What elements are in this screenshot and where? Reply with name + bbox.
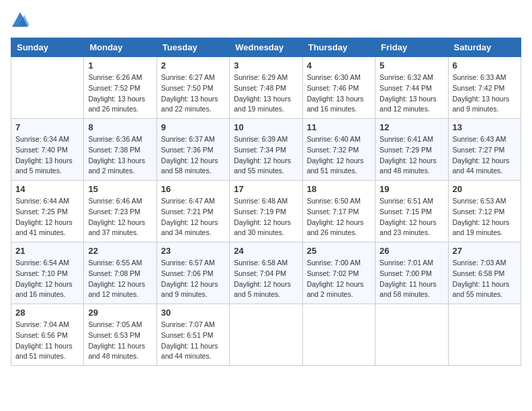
- day-number: 25: [307, 246, 371, 256]
- calendar-cell: 20Sunrise: 6:53 AMSunset: 7:12 PMDayligh…: [448, 181, 521, 242]
- day-number: 2: [161, 60, 225, 71]
- calendar-cell: [11, 57, 84, 119]
- day-info: Sunrise: 6:30 AMSunset: 7:46 PMDaylight:…: [307, 73, 371, 115]
- calendar-cell: 7Sunrise: 6:34 AMSunset: 7:40 PMDaylight…: [11, 119, 84, 181]
- calendar-cell: 6Sunrise: 6:33 AMSunset: 7:42 PMDaylight…: [448, 57, 521, 119]
- calendar-cell: 1Sunrise: 6:26 AMSunset: 7:52 PMDaylight…: [84, 57, 157, 119]
- calendar-cell: 29Sunrise: 7:05 AMSunset: 6:53 PMDayligh…: [84, 304, 157, 366]
- day-info: Sunrise: 6:51 AMSunset: 7:15 PMDaylight:…: [380, 196, 443, 238]
- day-number: 23: [161, 246, 225, 256]
- calendar-cell: 22Sunrise: 6:55 AMSunset: 7:08 PMDayligh…: [84, 242, 157, 304]
- calendar-cell: 9Sunrise: 6:37 AMSunset: 7:36 PMDaylight…: [157, 119, 229, 181]
- day-info: Sunrise: 6:47 AMSunset: 7:21 PMDaylight:…: [161, 196, 225, 238]
- weekday-header: Thursday: [302, 38, 375, 57]
- day-number: 3: [234, 60, 298, 71]
- day-info: Sunrise: 7:05 AMSunset: 6:53 PMDaylight:…: [88, 320, 152, 362]
- logo: [11, 11, 32, 30]
- day-number: 20: [453, 184, 517, 194]
- calendar-cell: 13Sunrise: 6:43 AMSunset: 7:27 PMDayligh…: [448, 119, 521, 181]
- weekday-header: Sunday: [11, 38, 84, 57]
- calendar-cell: 28Sunrise: 7:04 AMSunset: 6:56 PMDayligh…: [11, 304, 84, 366]
- day-number: 29: [88, 308, 152, 318]
- day-number: 16: [161, 184, 225, 194]
- day-info: Sunrise: 6:39 AMSunset: 7:34 PMDaylight:…: [234, 134, 298, 177]
- calendar-week-row: 28Sunrise: 7:04 AMSunset: 6:56 PMDayligh…: [11, 304, 521, 366]
- day-info: Sunrise: 6:27 AMSunset: 7:50 PMDaylight:…: [161, 73, 225, 115]
- day-info: Sunrise: 6:54 AMSunset: 7:10 PMDaylight:…: [15, 258, 79, 300]
- calendar-cell: 10Sunrise: 6:39 AMSunset: 7:34 PMDayligh…: [230, 119, 302, 181]
- day-info: Sunrise: 7:07 AMSunset: 6:51 PMDaylight:…: [161, 320, 225, 362]
- day-info: Sunrise: 6:53 AMSunset: 7:12 PMDaylight:…: [453, 196, 517, 238]
- day-number: 12: [380, 122, 443, 132]
- calendar-header-row: SundayMondayTuesdayWednesdayThursdayFrid…: [11, 38, 521, 57]
- day-info: Sunrise: 6:43 AMSunset: 7:27 PMDaylight:…: [453, 134, 517, 177]
- day-number: 21: [15, 246, 79, 256]
- calendar-cell: 19Sunrise: 6:51 AMSunset: 7:15 PMDayligh…: [375, 181, 448, 242]
- day-number: 1: [88, 60, 152, 71]
- day-number: 5: [380, 60, 443, 71]
- calendar-cell: 24Sunrise: 6:58 AMSunset: 7:04 PMDayligh…: [230, 242, 302, 304]
- calendar-cell: 17Sunrise: 6:48 AMSunset: 7:19 PMDayligh…: [230, 181, 302, 242]
- weekday-header: Monday: [84, 38, 157, 57]
- weekday-header: Wednesday: [230, 38, 302, 57]
- day-number: 10: [234, 122, 298, 132]
- calendar-cell: 2Sunrise: 6:27 AMSunset: 7:50 PMDaylight…: [157, 57, 229, 119]
- calendar-cell: 4Sunrise: 6:30 AMSunset: 7:46 PMDaylight…: [302, 57, 375, 119]
- calendar-cell: 27Sunrise: 7:03 AMSunset: 6:58 PMDayligh…: [448, 242, 521, 304]
- calendar-cell: 14Sunrise: 6:44 AMSunset: 7:25 PMDayligh…: [11, 181, 84, 242]
- day-info: Sunrise: 6:44 AMSunset: 7:25 PMDaylight:…: [15, 196, 79, 238]
- day-number: 27: [453, 246, 517, 256]
- weekday-header: Saturday: [448, 38, 521, 57]
- day-info: Sunrise: 6:26 AMSunset: 7:52 PMDaylight:…: [88, 73, 152, 115]
- day-number: 18: [307, 184, 371, 194]
- day-number: 14: [15, 184, 79, 194]
- calendar-cell: 30Sunrise: 7:07 AMSunset: 6:51 PMDayligh…: [157, 304, 229, 366]
- day-info: Sunrise: 6:50 AMSunset: 7:17 PMDaylight:…: [307, 196, 371, 238]
- day-number: 19: [380, 184, 443, 194]
- day-number: 4: [307, 60, 371, 71]
- day-number: 13: [453, 122, 517, 132]
- calendar-cell: 3Sunrise: 6:29 AMSunset: 7:48 PMDaylight…: [230, 57, 302, 119]
- day-number: 9: [161, 122, 225, 132]
- day-number: 15: [88, 184, 152, 194]
- day-info: Sunrise: 7:03 AMSunset: 6:58 PMDaylight:…: [453, 258, 517, 300]
- day-number: 26: [380, 246, 443, 256]
- calendar-cell: 25Sunrise: 7:00 AMSunset: 7:02 PMDayligh…: [302, 242, 375, 304]
- day-number: 30: [161, 308, 225, 318]
- day-info: Sunrise: 7:01 AMSunset: 7:00 PMDaylight:…: [380, 258, 443, 300]
- day-number: 7: [15, 122, 79, 132]
- day-info: Sunrise: 6:57 AMSunset: 7:06 PMDaylight:…: [161, 258, 225, 300]
- calendar-cell: [302, 304, 375, 366]
- day-info: Sunrise: 6:36 AMSunset: 7:38 PMDaylight:…: [88, 134, 152, 177]
- day-number: 17: [234, 184, 298, 194]
- calendar-cell: 8Sunrise: 6:36 AMSunset: 7:38 PMDaylight…: [84, 119, 157, 181]
- day-info: Sunrise: 6:29 AMSunset: 7:48 PMDaylight:…: [234, 73, 298, 115]
- day-info: Sunrise: 7:04 AMSunset: 6:56 PMDaylight:…: [15, 320, 79, 362]
- calendar-cell: 12Sunrise: 6:41 AMSunset: 7:29 PMDayligh…: [375, 119, 448, 181]
- day-info: Sunrise: 6:48 AMSunset: 7:19 PMDaylight:…: [234, 196, 298, 238]
- day-info: Sunrise: 7:00 AMSunset: 7:02 PMDaylight:…: [307, 258, 371, 300]
- calendar-cell: [230, 304, 302, 366]
- calendar-cell: 15Sunrise: 6:46 AMSunset: 7:23 PMDayligh…: [84, 181, 157, 242]
- calendar-week-row: 7Sunrise: 6:34 AMSunset: 7:40 PMDaylight…: [11, 119, 521, 181]
- calendar-cell: 26Sunrise: 7:01 AMSunset: 7:00 PMDayligh…: [375, 242, 448, 304]
- calendar-cell: 16Sunrise: 6:47 AMSunset: 7:21 PMDayligh…: [157, 181, 229, 242]
- day-info: Sunrise: 6:37 AMSunset: 7:36 PMDaylight:…: [161, 134, 225, 177]
- calendar-cell: 23Sunrise: 6:57 AMSunset: 7:06 PMDayligh…: [157, 242, 229, 304]
- day-number: 28: [15, 308, 79, 318]
- page-header: [11, 11, 521, 30]
- day-info: Sunrise: 6:46 AMSunset: 7:23 PMDaylight:…: [88, 196, 152, 238]
- day-info: Sunrise: 6:41 AMSunset: 7:29 PMDaylight:…: [380, 134, 443, 177]
- calendar-cell: 5Sunrise: 6:32 AMSunset: 7:44 PMDaylight…: [375, 57, 448, 119]
- day-number: 8: [88, 122, 152, 132]
- day-number: 11: [307, 122, 371, 132]
- day-info: Sunrise: 6:32 AMSunset: 7:44 PMDaylight:…: [380, 73, 443, 115]
- day-number: 6: [453, 60, 517, 71]
- logo-icon: [11, 11, 30, 30]
- calendar-week-row: 21Sunrise: 6:54 AMSunset: 7:10 PMDayligh…: [11, 242, 521, 304]
- day-info: Sunrise: 6:58 AMSunset: 7:04 PMDaylight:…: [234, 258, 298, 300]
- calendar-table: SundayMondayTuesdayWednesdayThursdayFrid…: [11, 38, 521, 366]
- day-number: 24: [234, 246, 298, 256]
- calendar-cell: [375, 304, 448, 366]
- calendar-cell: 11Sunrise: 6:40 AMSunset: 7:32 PMDayligh…: [302, 119, 375, 181]
